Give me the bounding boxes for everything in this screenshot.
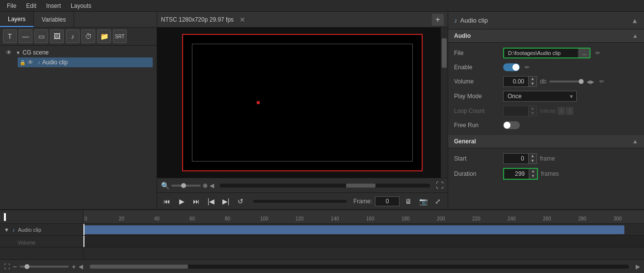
tool-folder[interactable]: 📁: [97, 29, 111, 43]
duration-unit: frames: [541, 170, 559, 177]
duration-down-btn[interactable]: ▼: [529, 174, 537, 179]
playback-bar: ⏮ ▶ ⏭ |◀ ▶| ↺ Frame: 0 🖥 📷 ⤢: [157, 192, 448, 209]
loop-btn[interactable]: ↺: [235, 195, 246, 207]
loop-count-down-btn[interactable]: ▼: [529, 111, 537, 116]
right-collapse-btn[interactable]: ▲: [631, 17, 638, 25]
layer-audio-clip[interactable]: 🔒 👁 ♪ Audio clip: [18, 57, 153, 67]
play-mode-select[interactable]: Once Loop Ping Pong: [503, 91, 577, 102]
play-mode-value: Once Loop Ping Pong ▼: [503, 91, 638, 102]
general-section-collapse[interactable]: ▲: [632, 138, 638, 145]
menubar: File Edit Insert Layouts: [0, 0, 644, 12]
frame-fwd-btn[interactable]: ▶|: [220, 195, 232, 207]
frame-input[interactable]: 0: [375, 196, 400, 206]
timeline-track-audio[interactable]: [83, 224, 644, 236]
file-browse-btn[interactable]: ...: [579, 49, 590, 57]
timeline-zoom-out-icon[interactable]: ⛶: [4, 263, 10, 270]
timeline-track-volume[interactable]: [83, 236, 644, 247]
timeline-scroll-arrow-right[interactable]: ▶: [636, 263, 640, 270]
skip-fwd-btn[interactable]: ⏭: [190, 195, 202, 207]
audio-clip-bar: [83, 225, 624, 234]
zoom-fit-label[interactable]: ◀: [210, 182, 214, 189]
menu-insert[interactable]: Insert: [41, 1, 66, 10]
menu-edit[interactable]: Edit: [21, 1, 41, 10]
eye-icon[interactable]: 👁: [6, 49, 14, 56]
start-value: 0 ▲ ▼ frame: [503, 153, 638, 164]
timeline-zoom-plus-icon[interactable]: +: [72, 263, 76, 271]
start-down-btn[interactable]: ▼: [529, 159, 537, 164]
eye-icon-audio[interactable]: 👁: [27, 59, 35, 66]
tab-variables[interactable]: Variables: [34, 12, 74, 27]
layer-cg-scene[interactable]: 👁 ▼ CG scene: [4, 48, 153, 57]
tool-audio[interactable]: ♪: [66, 29, 80, 43]
volume-down-btn[interactable]: ▼: [529, 82, 537, 86]
timeline-scroll-arrow-left[interactable]: ◀: [79, 263, 83, 270]
tab-layers[interactable]: Layers: [0, 12, 34, 27]
loop-count-up-btn[interactable]: ▲: [529, 106, 537, 111]
playback-slider[interactable]: [253, 200, 347, 203]
ruler-mark-100: 100: [260, 216, 268, 221]
tool-text[interactable]: T: [3, 29, 17, 43]
file-path-input[interactable]: [504, 49, 578, 57]
prop-duration-row: Duration 299 ▲ ▼ frames: [448, 166, 644, 182]
prop-enable-row: Enable ✏: [448, 60, 644, 74]
infinite-off-btn[interactable]: I: [558, 107, 565, 115]
skip-start-btn[interactable]: ⏮: [161, 195, 173, 207]
timeline-zoom-slider[interactable]: [20, 266, 69, 268]
ruler-mark-60: 60: [189, 216, 195, 221]
tool-image[interactable]: 🖼: [50, 29, 64, 43]
main-area: Layers Variables T — ▭ 🖼 ♪ ⏱ 📁 SRT 👁 ▼ C…: [0, 12, 644, 209]
zoom-slider[interactable]: [171, 185, 201, 187]
ruler-mark-200: 200: [437, 216, 445, 221]
enable-toggle[interactable]: [503, 63, 520, 71]
tabs-bar: Layers Variables: [0, 12, 157, 27]
ruler-container: 0 20 40 60 80 100 120 140 160 180 200 22…: [83, 210, 644, 223]
timeline-layer-row-audio[interactable]: ▼ ♪ Audio clip: [0, 224, 83, 236]
volume-up-btn[interactable]: ▲: [529, 77, 537, 82]
layer-group-cg: 👁 ▼ CG scene 🔒 👁 ♪ Audio clip: [0, 46, 157, 69]
monitor-btn[interactable]: 🖥: [402, 195, 414, 207]
tool-rect[interactable]: ▭: [34, 29, 48, 43]
frame-back-btn[interactable]: |◀: [205, 195, 217, 207]
volume-spin-value[interactable]: 0.00: [504, 77, 528, 86]
timeline-ruler[interactable]: 0 20 40 60 80 100 120 140 160 180 200 22…: [83, 210, 644, 223]
add-preview-btn[interactable]: +: [432, 14, 444, 26]
start-up-btn[interactable]: ▲: [529, 154, 537, 159]
file-value: ... ✏: [503, 48, 638, 58]
preview-close[interactable]: ✕: [238, 16, 247, 24]
tool-srt[interactable]: SRT: [113, 29, 127, 43]
duration-spin-value[interactable]: 299: [504, 169, 529, 179]
duration-up-btn[interactable]: ▲: [529, 169, 537, 174]
start-spin-value[interactable]: 0: [504, 154, 528, 164]
zoom-out-icon[interactable]: 🔍: [161, 182, 169, 190]
volume-spin: 0.00 ▲ ▼: [503, 76, 537, 87]
file-edit-icon[interactable]: ✏: [595, 50, 600, 56]
infinite-on-btn[interactable]: |: [566, 107, 573, 115]
fullscreen-icon[interactable]: ⛶: [436, 181, 444, 190]
volume-slider[interactable]: [549, 81, 584, 82]
general-section-label: General: [454, 138, 476, 145]
audio-section-collapse[interactable]: ▲: [632, 32, 638, 39]
menu-file[interactable]: File: [2, 1, 21, 10]
center-panel: NTSC 1280x720p 29.97 fps ✕ + 🔍 ⊕ ◀ ⛶: [157, 12, 448, 209]
frame-label: Frame:: [353, 198, 372, 205]
zoom-in-icon[interactable]: ⊕: [203, 182, 208, 189]
preview-scrollbar[interactable]: [220, 184, 430, 188]
expand-btn[interactable]: ⤢: [432, 195, 444, 207]
timeline-scrollbar[interactable]: [90, 265, 629, 269]
menu-layouts[interactable]: Layouts: [66, 1, 96, 10]
canvas-scrollbar[interactable]: [441, 27, 448, 178]
tool-clock[interactable]: ⏱: [81, 29, 95, 43]
general-properties: Start 0 ▲ ▼ frame Duration: [448, 148, 644, 185]
tool-line[interactable]: —: [19, 29, 32, 43]
play-btn[interactable]: ▶: [176, 195, 188, 207]
ruler-mark-240: 240: [508, 216, 516, 221]
snapshot-btn[interactable]: 📷: [417, 195, 429, 207]
enable-edit-icon[interactable]: ✏: [525, 64, 530, 71]
loop-count-spin-value[interactable]: [504, 109, 528, 112]
volume-edit-icon[interactable]: ✏: [599, 78, 604, 85]
free-run-toggle[interactable]: [503, 121, 520, 129]
timeline-volume-label: Volume: [4, 238, 40, 246]
expand-arrow: ▼: [16, 50, 21, 55]
timeline-zoom-minus-icon[interactable]: −: [13, 263, 17, 271]
layer-toolbar: T — ▭ 🖼 ♪ ⏱ 📁 SRT: [0, 27, 157, 46]
